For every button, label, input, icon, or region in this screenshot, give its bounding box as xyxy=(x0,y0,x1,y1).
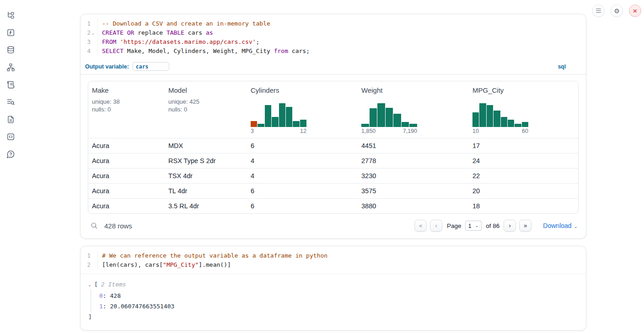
code-token: ; xyxy=(256,38,260,45)
table-output: Makeunique: 38nulls: 0Modelunique: 425nu… xyxy=(80,74,586,238)
first-page-button[interactable]: « xyxy=(414,220,427,232)
scratchpad-icon[interactable] xyxy=(5,79,16,90)
code-text: FROM 'https://datasets.marimo.app/cars.c… xyxy=(98,37,259,47)
table-cell: 2778 xyxy=(358,153,469,168)
table-cell: 6 xyxy=(247,198,358,213)
code-text: -- Download a CSV and create an in-memor… xyxy=(98,19,270,28)
table-row[interactable]: Acura3.5 RL 4dr6388018 xyxy=(88,198,578,213)
python-code-editor[interactable]: 1# We can reference the output variable … xyxy=(80,246,586,274)
search-icon[interactable] xyxy=(90,222,98,230)
table-cell: 24 xyxy=(469,153,578,168)
table-cell: Acura xyxy=(88,153,165,168)
item-index: 0 xyxy=(99,292,103,299)
snippets-icon[interactable] xyxy=(5,132,16,142)
settings-button[interactable]: ⚙ xyxy=(611,5,623,17)
code-text: CREATE OR replace TABLE cars as xyxy=(98,28,213,37)
line-number-gutter: 4 xyxy=(80,47,98,56)
column-stats: unique: 425nulls: 0 xyxy=(168,98,243,113)
stat-line: unique: 425 xyxy=(168,98,243,106)
column-header-mpg_city[interactable]: MPG_City1060 xyxy=(469,81,578,138)
download-label: Download xyxy=(543,222,571,229)
line-number-gutter: 1 xyxy=(80,251,98,260)
axis-min-label: 1,850 xyxy=(361,128,376,135)
prev-page-button[interactable]: ‹ xyxy=(430,220,442,232)
column-header-weight[interactable]: Weight1,8507,190 xyxy=(358,81,469,138)
table-row[interactable]: AcuraTSX 4dr4323022 xyxy=(88,168,578,183)
table-cell: Acura xyxy=(88,168,165,183)
table-row[interactable]: AcuraTL 4dr6357520 xyxy=(88,183,578,198)
column-name: Weight xyxy=(361,86,465,94)
table-cell: RSX Type S 2dr xyxy=(165,153,247,168)
shutdown-button[interactable]: × xyxy=(629,5,641,17)
help-icon[interactable] xyxy=(5,149,16,159)
histogram-bar xyxy=(265,105,271,127)
histogram-bar xyxy=(258,124,264,127)
axis-max-label: 7,190 xyxy=(403,128,417,135)
sql-code-editor[interactable]: 1-- Download a CSV and create an in-memo… xyxy=(80,14,586,60)
histogram-bar xyxy=(487,105,493,127)
table-row[interactable]: AcuraRSX Type S 2dr4277824 xyxy=(88,153,578,168)
histogram-bar xyxy=(472,112,479,127)
menu-button[interactable] xyxy=(592,5,605,17)
code-line: 3FROM 'https://datasets.marimo.app/cars.… xyxy=(80,37,586,47)
code-line: 1-- Download a CSV and create an in-memo… xyxy=(80,19,586,28)
column-header-model[interactable]: Modelunique: 425nulls: 0 xyxy=(165,81,247,138)
table-cell: 4451 xyxy=(358,138,469,153)
code-token: TABLE xyxy=(166,29,184,36)
histogram: 1060 xyxy=(472,103,528,135)
code-text: SELECT Make, Model, Cylinders, Weight, M… xyxy=(98,47,310,56)
table-cell: 6 xyxy=(247,183,358,198)
table-cell: 18 xyxy=(469,198,578,213)
histogram-bars xyxy=(472,103,528,127)
dependency-graph-icon[interactable] xyxy=(5,62,16,72)
histogram-bars xyxy=(251,103,306,127)
table-footer: 428 rows « ‹ Page 1 ⌄ of 86 › » Download… xyxy=(88,214,579,238)
histogram-bar xyxy=(361,124,369,127)
output-variable-input[interactable] xyxy=(133,62,169,71)
histogram-bar xyxy=(300,120,306,127)
output-variable-row: Output variable: sql xyxy=(80,60,586,74)
table-row[interactable]: AcuraMDX6445117 xyxy=(88,138,578,153)
column-header-make[interactable]: Makeunique: 38nulls: 0 xyxy=(88,81,165,138)
code-token: CREATE xyxy=(102,29,123,36)
code-token xyxy=(116,38,120,45)
table-cell: 4 xyxy=(247,168,358,183)
histogram-bar xyxy=(293,121,299,127)
code-token: ].mean()] xyxy=(199,261,231,268)
table-cell: TSX 4dr xyxy=(165,168,247,183)
collapse-caret-icon[interactable]: ⌄ xyxy=(88,280,94,289)
code-text: # We can reference the output variable a… xyxy=(98,251,327,260)
next-page-button[interactable]: › xyxy=(504,220,516,232)
code-token: # We can reference the output variable a… xyxy=(102,252,327,259)
download-button[interactable]: Download ⌄ xyxy=(543,222,578,229)
histogram-bar xyxy=(494,111,500,127)
code-token: cars; xyxy=(288,48,310,54)
code-line: 1# We can reference the output variable … xyxy=(80,251,586,260)
table-cell: Acura xyxy=(88,138,165,153)
datasources-icon[interactable] xyxy=(5,45,16,55)
line-number: 1 xyxy=(86,251,91,260)
page-select[interactable]: 1 ⌄ xyxy=(465,221,482,231)
fold-caret-icon[interactable]: ⌄ xyxy=(91,28,96,37)
histogram-axis: 1,8507,190 xyxy=(361,128,417,135)
histogram-bar xyxy=(479,103,486,127)
documentation-icon[interactable] xyxy=(5,114,16,124)
table-body: AcuraMDX6445117AcuraRSX Type S 2dr427782… xyxy=(88,138,578,213)
close-icon: × xyxy=(633,7,637,15)
file-tree-icon[interactable] xyxy=(5,10,16,20)
logs-search-icon[interactable] xyxy=(5,97,16,107)
page-select-value: 1 xyxy=(468,222,472,229)
column-header-cylinders[interactable]: Cylinders312 xyxy=(247,81,358,138)
items-count-label: 2 Items xyxy=(101,280,126,289)
sidebar xyxy=(0,0,21,159)
table-cell: 17 xyxy=(469,138,578,153)
table-cell: Acura xyxy=(88,183,165,198)
output-variable-label: Output variable: xyxy=(85,63,129,70)
column-name: Model xyxy=(168,86,243,94)
histogram-bar xyxy=(501,117,507,127)
table-cell: 4 xyxy=(247,153,358,168)
variables-icon[interactable] xyxy=(5,27,16,37)
code-token: as xyxy=(206,29,213,36)
last-page-button[interactable]: » xyxy=(519,220,531,232)
list-item: 0: 428 xyxy=(99,291,579,301)
